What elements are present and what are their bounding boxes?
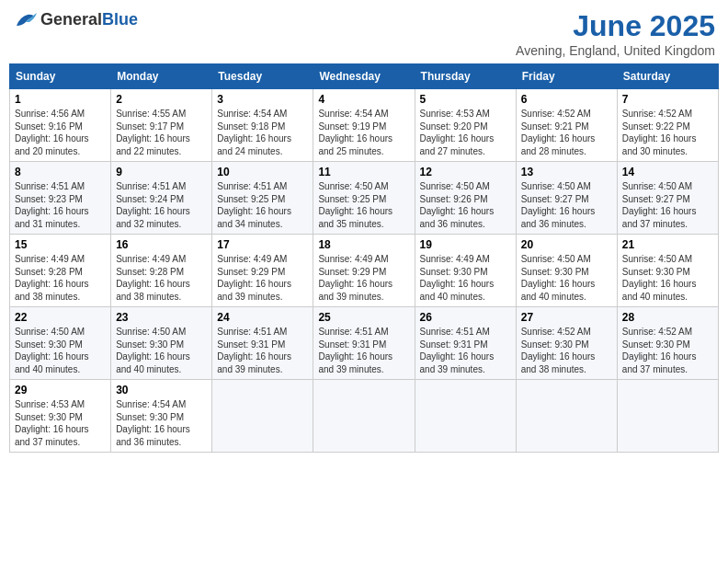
day-number: 13 [521,166,612,178]
calendar-cell: 2Sunrise: 4:55 AMSunset: 9:17 PMDaylight… [111,89,212,162]
day-number: 12 [420,166,511,178]
calendar-cell: 16Sunrise: 4:49 AMSunset: 9:28 PMDayligh… [111,235,212,307]
day-number: 6 [521,93,612,106]
day-number: 16 [116,238,207,251]
cell-details: Sunrise: 4:50 AMSunset: 9:27 PMDaylight:… [622,181,697,229]
calendar-cell: 23Sunrise: 4:50 AMSunset: 9:30 PMDayligh… [111,307,212,380]
cell-details: Sunrise: 4:50 AMSunset: 9:30 PMDaylight:… [622,254,697,302]
month-title: June 2025 [516,9,715,43]
weekday-header: Friday [516,64,617,89]
day-number: 18 [318,238,409,251]
calendar-cell: 14Sunrise: 4:50 AMSunset: 9:27 PMDayligh… [617,162,718,235]
day-number: 7 [622,93,713,106]
cell-details: Sunrise: 4:49 AMSunset: 9:28 PMDaylight:… [116,254,190,302]
day-number: 22 [15,311,106,324]
calendar-header-row: SundayMondayTuesdayWednesdayThursdayFrid… [10,64,719,89]
calendar-cell: 4Sunrise: 4:54 AMSunset: 9:19 PMDaylight… [313,89,415,162]
logo: GeneralBlue [13,9,138,29]
day-number: 15 [15,238,106,251]
calendar-cell: 17Sunrise: 4:49 AMSunset: 9:29 PMDayligh… [212,235,313,307]
calendar-week-row: 22Sunrise: 4:50 AMSunset: 9:30 PMDayligh… [10,307,719,380]
cell-details: Sunrise: 4:54 AMSunset: 9:19 PMDaylight:… [318,109,392,156]
calendar-cell [516,380,617,453]
logo-bird-icon [13,9,39,29]
title-area: June 2025 Avening, England, United Kingd… [516,9,715,58]
cell-details: Sunrise: 4:50 AMSunset: 9:30 PMDaylight:… [15,327,89,374]
calendar-cell: 21Sunrise: 4:50 AMSunset: 9:30 PMDayligh… [617,235,718,307]
cell-details: Sunrise: 4:53 AMSunset: 9:20 PMDaylight:… [420,109,495,156]
cell-details: Sunrise: 4:49 AMSunset: 9:28 PMDaylight:… [15,254,89,302]
calendar-cell: 1Sunrise: 4:56 AMSunset: 9:16 PMDaylight… [10,89,111,162]
day-number: 20 [521,238,612,251]
calendar-cell [415,380,516,453]
day-number: 10 [217,166,308,178]
calendar-cell: 11Sunrise: 4:50 AMSunset: 9:25 PMDayligh… [313,162,415,235]
cell-details: Sunrise: 4:53 AMSunset: 9:30 PMDaylight:… [15,399,89,447]
day-number: 1 [15,93,106,106]
cell-details: Sunrise: 4:55 AMSunset: 9:17 PMDaylight:… [116,109,190,156]
day-number: 28 [622,311,713,324]
day-number: 9 [116,166,207,178]
cell-details: Sunrise: 4:52 AMSunset: 9:30 PMDaylight:… [521,327,596,374]
day-number: 3 [217,93,308,106]
page-header: GeneralBlue June 2025 Avening, England, … [9,9,719,58]
calendar-cell: 8Sunrise: 4:51 AMSunset: 9:23 PMDaylight… [10,162,111,235]
day-number: 4 [318,93,409,106]
cell-details: Sunrise: 4:51 AMSunset: 9:31 PMDaylight:… [318,327,392,374]
logo-general: General [40,10,102,29]
calendar-cell: 18Sunrise: 4:49 AMSunset: 9:29 PMDayligh… [313,235,415,307]
cell-details: Sunrise: 4:50 AMSunset: 9:30 PMDaylight:… [521,254,596,302]
day-number: 24 [217,311,308,324]
cell-details: Sunrise: 4:51 AMSunset: 9:24 PMDaylight:… [116,181,190,229]
calendar-cell: 30Sunrise: 4:54 AMSunset: 9:30 PMDayligh… [111,380,212,453]
cell-details: Sunrise: 4:50 AMSunset: 9:27 PMDaylight:… [521,181,596,229]
day-number: 19 [420,238,511,251]
calendar-cell: 7Sunrise: 4:52 AMSunset: 9:22 PMDaylight… [617,89,718,162]
cell-details: Sunrise: 4:49 AMSunset: 9:30 PMDaylight:… [420,254,495,302]
calendar-cell: 27Sunrise: 4:52 AMSunset: 9:30 PMDayligh… [516,307,617,380]
calendar-table: SundayMondayTuesdayWednesdayThursdayFrid… [9,63,719,453]
cell-details: Sunrise: 4:51 AMSunset: 9:31 PMDaylight:… [420,327,495,374]
calendar-cell: 6Sunrise: 4:52 AMSunset: 9:21 PMDaylight… [516,89,617,162]
cell-details: Sunrise: 4:51 AMSunset: 9:23 PMDaylight:… [15,181,89,229]
day-number: 2 [116,93,207,106]
weekday-header: Tuesday [212,64,313,89]
calendar-cell: 29Sunrise: 4:53 AMSunset: 9:30 PMDayligh… [10,380,111,453]
day-number: 21 [622,238,713,251]
calendar-cell [313,380,415,453]
logo-text: GeneralBlue [40,10,138,29]
cell-details: Sunrise: 4:56 AMSunset: 9:16 PMDaylight:… [15,109,89,156]
cell-details: Sunrise: 4:49 AMSunset: 9:29 PMDaylight:… [217,254,291,302]
calendar-cell: 26Sunrise: 4:51 AMSunset: 9:31 PMDayligh… [415,307,516,380]
day-number: 26 [420,311,511,324]
calendar-cell: 24Sunrise: 4:51 AMSunset: 9:31 PMDayligh… [212,307,313,380]
cell-details: Sunrise: 4:50 AMSunset: 9:25 PMDaylight:… [318,181,392,229]
calendar-cell: 20Sunrise: 4:50 AMSunset: 9:30 PMDayligh… [516,235,617,307]
calendar-cell: 12Sunrise: 4:50 AMSunset: 9:26 PMDayligh… [415,162,516,235]
day-number: 27 [521,311,612,324]
day-number: 5 [420,93,511,106]
cell-details: Sunrise: 4:49 AMSunset: 9:29 PMDaylight:… [318,254,392,302]
calendar-cell: 19Sunrise: 4:49 AMSunset: 9:30 PMDayligh… [415,235,516,307]
calendar-cell: 15Sunrise: 4:49 AMSunset: 9:28 PMDayligh… [10,235,111,307]
calendar-cell: 28Sunrise: 4:52 AMSunset: 9:30 PMDayligh… [617,307,718,380]
weekday-header: Thursday [415,64,516,89]
day-number: 29 [15,384,106,396]
cell-details: Sunrise: 4:52 AMSunset: 9:22 PMDaylight:… [622,109,697,156]
day-number: 30 [116,384,207,396]
day-number: 23 [116,311,207,324]
calendar-cell [212,380,313,453]
day-number: 8 [15,166,106,178]
calendar-cell: 10Sunrise: 4:51 AMSunset: 9:25 PMDayligh… [212,162,313,235]
weekday-header: Monday [111,64,212,89]
day-number: 17 [217,238,308,251]
cell-details: Sunrise: 4:52 AMSunset: 9:21 PMDaylight:… [521,109,596,156]
cell-details: Sunrise: 4:52 AMSunset: 9:30 PMDaylight:… [622,327,697,374]
weekday-header: Saturday [617,64,718,89]
calendar-week-row: 15Sunrise: 4:49 AMSunset: 9:28 PMDayligh… [10,235,719,307]
calendar-cell: 5Sunrise: 4:53 AMSunset: 9:20 PMDaylight… [415,89,516,162]
calendar-week-row: 8Sunrise: 4:51 AMSunset: 9:23 PMDaylight… [10,162,719,235]
calendar-week-row: 29Sunrise: 4:53 AMSunset: 9:30 PMDayligh… [10,380,719,453]
calendar-cell [617,380,718,453]
weekday-header: Sunday [10,64,111,89]
